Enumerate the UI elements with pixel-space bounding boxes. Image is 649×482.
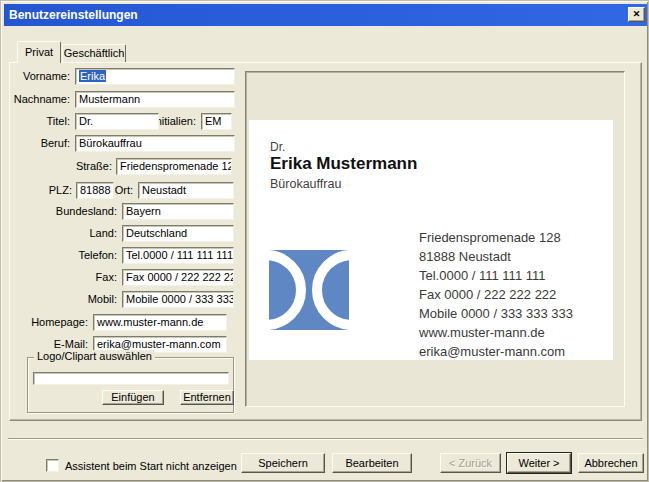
card-profession: Bürokauffrau [270,177,341,191]
logo-clipart-legend: Logo/Clipart auswählen [34,350,155,362]
company-logo-icon [269,250,349,330]
window-title: Benutzereinstellungen [9,8,138,22]
cancel-button[interactable]: Abbrechen [578,453,644,473]
card-title-line: Dr. [270,140,285,154]
tab-privat[interactable]: Privat [17,41,61,63]
ort-input[interactable]: Neustadt [138,182,234,199]
strasse-label: Straße: [76,158,112,175]
nachname-input[interactable]: Mustermann [75,91,235,108]
ort-label: Ort: [115,182,133,199]
vorname-label: Vorname: [23,68,70,85]
land-input[interactable]: Deutschland [122,225,234,242]
card-contact-line: 81888 Neustadt [419,247,573,266]
title-bar[interactable]: Benutzereinstellungen ✕ [4,4,647,26]
card-contact-line: Mobile 0000 / 333 333 333 [419,304,573,323]
close-icon: ✕ [633,9,641,19]
selected-text: Erika [79,70,106,82]
card-contact-block: Friedenspromenade 128 81888 Neustadt Tel… [419,228,573,361]
nachname-label: Nachname: [14,91,70,108]
land-label: Land: [89,225,117,242]
business-card: Dr. Erika Mustermann Bürokauffrau Friede… [249,120,613,360]
telefon-input[interactable]: Tel.0000 / 111 111 111 [122,247,234,264]
bundesland-input[interactable]: Bayern [122,203,234,220]
card-contact-line: Fax 0000 / 222 222 222 [419,285,573,304]
card-contact-line: Friedenspromenade 128 [419,228,573,247]
beruf-input[interactable]: Bürokauffrau [75,135,235,152]
homepage-input[interactable]: www.muster-mann.de [93,314,227,331]
assistant-startup-checkbox[interactable] [46,459,59,472]
fax-input[interactable]: Fax 0000 / 222 222 222 [122,269,234,286]
homepage-label: Homepage: [31,314,88,331]
plz-input[interactable]: 81888 [76,182,114,199]
next-button[interactable]: Weiter > [507,453,571,473]
card-contact-line: Tel.0000 / 111 111 111 [419,266,573,285]
footer-separator [8,438,643,440]
beruf-label: Beruf: [41,135,70,152]
mobil-input[interactable]: Mobile 0000 / 333 333 33 [122,291,234,308]
titel-label: Titel: [47,113,70,130]
mobil-label: Mobil: [88,291,117,308]
telefon-label: Telefon: [78,247,117,264]
save-button[interactable]: Speichern [241,453,325,473]
edit-button[interactable]: Bearbeiten [332,453,412,473]
initialien-input[interactable]: EM [201,113,232,130]
card-contact-line: erika@muster-mann.com [419,342,573,361]
vorname-input[interactable]: Erika [75,68,235,85]
initialien-label: Initialien: [153,113,196,130]
back-button[interactable]: < Zurück [440,453,501,473]
tab-geschaeftlich[interactable]: Geschäftlich [62,44,126,62]
close-button[interactable]: ✕ [628,7,645,22]
insert-button[interactable]: Einfügen [102,390,164,405]
remove-button[interactable]: Entfernen [180,390,234,405]
logo-path-input[interactable] [33,372,229,385]
card-name: Erika Mustermann [270,154,417,174]
plz-label: PLZ: [49,182,72,199]
strasse-input[interactable]: Friedenspromenade 128 [116,158,232,175]
card-contact-line: www.muster-mann.de [419,323,573,342]
fax-label: Fax: [96,269,117,286]
logo-clipart-group: Logo/Clipart auswählen Einfügen Entferne… [27,357,234,413]
card-preview-panel: Dr. Erika Mustermann Bürokauffrau Friede… [245,71,625,407]
titel-input[interactable]: Dr. [75,113,159,130]
assistant-startup-checkbox-label: Assistent beim Start nicht anzeigen [65,458,237,475]
bundesland-label: Bundesland: [56,203,117,220]
user-settings-dialog: Benutzereinstellungen ✕ Privat Geschäftl… [0,0,649,482]
